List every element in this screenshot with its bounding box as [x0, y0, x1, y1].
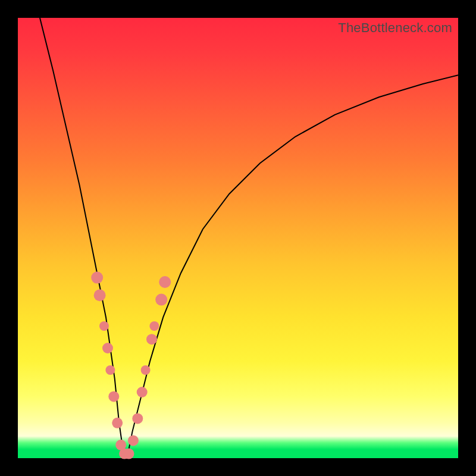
bead-point — [91, 272, 103, 284]
bead-point — [112, 418, 123, 428]
bead-point — [159, 276, 171, 288]
bottleneck-curve — [40, 18, 458, 454]
chart-frame: TheBottleneck.com — [0, 0, 476, 476]
bead-point — [108, 391, 119, 402]
bead-point — [94, 289, 106, 301]
bead-point — [141, 365, 151, 375]
bead-point — [132, 413, 143, 424]
bead-point — [128, 435, 139, 446]
bead-point — [124, 449, 134, 459]
bead-point — [102, 343, 113, 353]
bead-group — [91, 272, 171, 459]
bead-point — [149, 321, 159, 331]
curve-layer — [18, 18, 458, 458]
bead-point — [105, 365, 115, 375]
bead-point — [99, 321, 109, 331]
bead-point — [155, 294, 167, 306]
bead-point — [146, 334, 157, 345]
bead-point — [137, 387, 148, 397]
plot-area: TheBottleneck.com — [18, 18, 458, 458]
